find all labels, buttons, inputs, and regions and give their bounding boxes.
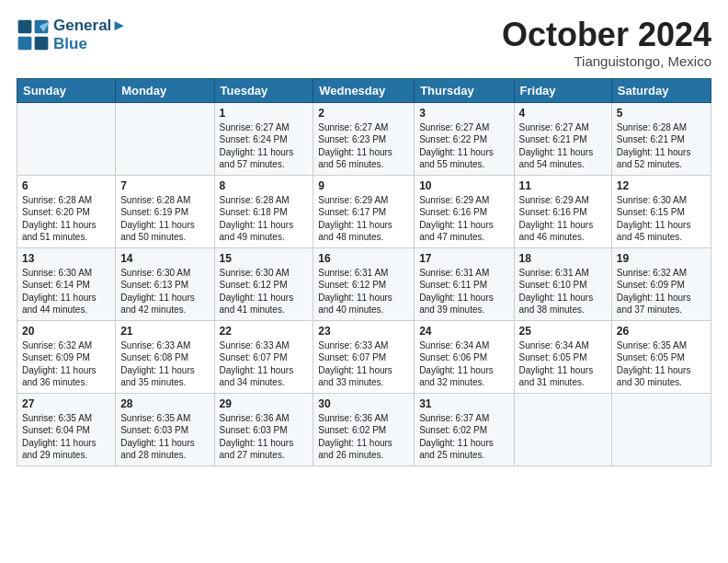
day-info: Sunrise: 6:34 AMSunset: 6:06 PMDaylight:… bbox=[419, 339, 508, 389]
day-number: 24 bbox=[419, 325, 508, 338]
day-cell: 21Sunrise: 6:33 AMSunset: 6:08 PMDayligh… bbox=[116, 320, 214, 393]
day-info: Sunrise: 6:29 AMSunset: 6:16 PMDaylight:… bbox=[519, 194, 607, 244]
day-number: 29 bbox=[220, 397, 309, 410]
day-info: Sunrise: 6:29 AMSunset: 6:17 PMDaylight:… bbox=[318, 194, 409, 244]
weekday-header-thursday: Thursday bbox=[415, 78, 514, 102]
day-number: 2 bbox=[318, 107, 409, 120]
weekday-header-wednesday: Wednesday bbox=[313, 78, 415, 102]
day-cell: 30Sunrise: 6:36 AMSunset: 6:02 PMDayligh… bbox=[313, 393, 415, 465]
day-cell: 8Sunrise: 6:28 AMSunset: 6:18 PMDaylight… bbox=[214, 175, 313, 247]
day-number: 25 bbox=[519, 325, 607, 338]
week-row-4: 20Sunrise: 6:32 AMSunset: 6:09 PMDayligh… bbox=[17, 320, 711, 393]
week-row-1: 1Sunrise: 6:27 AMSunset: 6:24 PMDaylight… bbox=[17, 102, 711, 175]
day-info: Sunrise: 6:30 AMSunset: 6:15 PMDaylight:… bbox=[617, 194, 706, 244]
day-cell: 9Sunrise: 6:29 AMSunset: 6:17 PMDaylight… bbox=[313, 175, 415, 247]
day-number: 22 bbox=[220, 325, 309, 338]
month-title: October 2024 bbox=[502, 17, 711, 53]
day-info: Sunrise: 6:31 AMSunset: 6:10 PMDaylight:… bbox=[519, 267, 607, 316]
day-number: 5 bbox=[617, 107, 706, 120]
title-block: October 2024 Tianguistongo, Mexico bbox=[502, 17, 711, 69]
day-cell: 14Sunrise: 6:30 AMSunset: 6:13 PMDayligh… bbox=[116, 247, 214, 320]
weekday-header-monday: Monday bbox=[116, 78, 214, 102]
day-cell: 27Sunrise: 6:35 AMSunset: 6:04 PMDayligh… bbox=[17, 393, 116, 465]
day-info: Sunrise: 6:29 AMSunset: 6:16 PMDaylight:… bbox=[419, 194, 508, 244]
day-info: Sunrise: 6:35 AMSunset: 6:03 PMDaylight:… bbox=[120, 412, 209, 462]
svg-rect-3 bbox=[35, 37, 49, 51]
day-info: Sunrise: 6:28 AMSunset: 6:21 PMDaylight:… bbox=[617, 121, 706, 171]
day-number: 10 bbox=[419, 179, 508, 192]
day-info: Sunrise: 6:35 AMSunset: 6:05 PMDaylight:… bbox=[617, 339, 706, 389]
weekday-header-tuesday: Tuesday bbox=[214, 78, 313, 102]
day-cell: 2Sunrise: 6:27 AMSunset: 6:23 PMDaylight… bbox=[313, 102, 415, 175]
day-cell: 26Sunrise: 6:35 AMSunset: 6:05 PMDayligh… bbox=[611, 320, 711, 393]
day-cell: 29Sunrise: 6:36 AMSunset: 6:03 PMDayligh… bbox=[214, 393, 313, 465]
day-info: Sunrise: 6:28 AMSunset: 6:20 PMDaylight:… bbox=[22, 194, 110, 244]
weekday-header-saturday: Saturday bbox=[611, 78, 711, 102]
day-number: 23 bbox=[318, 325, 409, 338]
day-cell: 10Sunrise: 6:29 AMSunset: 6:16 PMDayligh… bbox=[415, 175, 514, 247]
weekday-header-row: SundayMondayTuesdayWednesdayThursdayFrid… bbox=[17, 78, 711, 102]
day-number: 9 bbox=[318, 179, 409, 192]
header: General► Blue October 2024 Tianguistongo… bbox=[17, 17, 711, 69]
day-info: Sunrise: 6:31 AMSunset: 6:11 PMDaylight:… bbox=[419, 267, 508, 316]
logo-text: General► Blue bbox=[53, 17, 127, 54]
day-info: Sunrise: 6:33 AMSunset: 6:07 PMDaylight:… bbox=[220, 339, 309, 389]
day-info: Sunrise: 6:36 AMSunset: 6:02 PMDaylight:… bbox=[318, 412, 409, 462]
day-number: 18 bbox=[519, 252, 607, 265]
week-row-5: 27Sunrise: 6:35 AMSunset: 6:04 PMDayligh… bbox=[17, 393, 711, 465]
day-cell: 18Sunrise: 6:31 AMSunset: 6:10 PMDayligh… bbox=[514, 247, 611, 320]
day-cell: 13Sunrise: 6:30 AMSunset: 6:14 PMDayligh… bbox=[17, 247, 116, 320]
day-cell: 12Sunrise: 6:30 AMSunset: 6:15 PMDayligh… bbox=[611, 175, 711, 247]
week-row-3: 13Sunrise: 6:30 AMSunset: 6:14 PMDayligh… bbox=[17, 247, 711, 320]
day-number: 3 bbox=[419, 107, 508, 120]
day-info: Sunrise: 6:37 AMSunset: 6:02 PMDaylight:… bbox=[419, 412, 508, 462]
day-info: Sunrise: 6:27 AMSunset: 6:24 PMDaylight:… bbox=[220, 121, 309, 171]
weekday-header-friday: Friday bbox=[514, 78, 611, 102]
day-cell: 20Sunrise: 6:32 AMSunset: 6:09 PMDayligh… bbox=[17, 320, 116, 393]
day-info: Sunrise: 6:35 AMSunset: 6:04 PMDaylight:… bbox=[22, 412, 110, 462]
day-number: 16 bbox=[318, 252, 409, 265]
location: Tianguistongo, Mexico bbox=[502, 53, 711, 69]
day-info: Sunrise: 6:30 AMSunset: 6:12 PMDaylight:… bbox=[220, 267, 309, 316]
calendar-table: SundayMondayTuesdayWednesdayThursdayFrid… bbox=[17, 78, 711, 466]
day-number: 30 bbox=[318, 397, 409, 410]
day-info: Sunrise: 6:30 AMSunset: 6:13 PMDaylight:… bbox=[120, 267, 209, 316]
day-info: Sunrise: 6:32 AMSunset: 6:09 PMDaylight:… bbox=[617, 267, 706, 316]
day-number: 28 bbox=[120, 397, 209, 410]
day-cell: 6Sunrise: 6:28 AMSunset: 6:20 PMDaylight… bbox=[17, 175, 116, 247]
day-number: 6 bbox=[22, 179, 110, 192]
day-cell: 3Sunrise: 6:27 AMSunset: 6:22 PMDaylight… bbox=[415, 102, 514, 175]
logo: General► Blue bbox=[17, 17, 127, 54]
day-number: 13 bbox=[22, 252, 110, 265]
day-cell: 31Sunrise: 6:37 AMSunset: 6:02 PMDayligh… bbox=[415, 393, 514, 465]
day-info: Sunrise: 6:27 AMSunset: 6:21 PMDaylight:… bbox=[519, 121, 607, 171]
day-number: 27 bbox=[22, 397, 110, 410]
day-info: Sunrise: 6:32 AMSunset: 6:09 PMDaylight:… bbox=[22, 339, 110, 389]
day-cell: 15Sunrise: 6:30 AMSunset: 6:12 PMDayligh… bbox=[214, 247, 313, 320]
day-info: Sunrise: 6:30 AMSunset: 6:14 PMDaylight:… bbox=[22, 267, 110, 316]
day-cell: 17Sunrise: 6:31 AMSunset: 6:11 PMDayligh… bbox=[415, 247, 514, 320]
day-cell: 23Sunrise: 6:33 AMSunset: 6:07 PMDayligh… bbox=[313, 320, 415, 393]
day-number: 1 bbox=[220, 107, 309, 120]
day-cell: 11Sunrise: 6:29 AMSunset: 6:16 PMDayligh… bbox=[514, 175, 611, 247]
day-info: Sunrise: 6:27 AMSunset: 6:23 PMDaylight:… bbox=[318, 121, 409, 171]
day-number: 7 bbox=[120, 179, 209, 192]
svg-rect-0 bbox=[18, 20, 32, 34]
day-info: Sunrise: 6:33 AMSunset: 6:08 PMDaylight:… bbox=[120, 339, 209, 389]
day-number: 4 bbox=[519, 107, 607, 120]
day-cell: 7Sunrise: 6:28 AMSunset: 6:19 PMDaylight… bbox=[116, 175, 214, 247]
day-number: 15 bbox=[220, 252, 309, 265]
week-row-2: 6Sunrise: 6:28 AMSunset: 6:20 PMDaylight… bbox=[17, 175, 711, 247]
day-cell: 19Sunrise: 6:32 AMSunset: 6:09 PMDayligh… bbox=[611, 247, 711, 320]
day-info: Sunrise: 6:27 AMSunset: 6:22 PMDaylight:… bbox=[419, 121, 508, 171]
day-info: Sunrise: 6:31 AMSunset: 6:12 PMDaylight:… bbox=[318, 267, 409, 316]
day-info: Sunrise: 6:28 AMSunset: 6:18 PMDaylight:… bbox=[220, 194, 309, 244]
day-cell: 16Sunrise: 6:31 AMSunset: 6:12 PMDayligh… bbox=[313, 247, 415, 320]
day-number: 17 bbox=[419, 252, 508, 265]
day-info: Sunrise: 6:33 AMSunset: 6:07 PMDaylight:… bbox=[318, 339, 409, 389]
day-info: Sunrise: 6:36 AMSunset: 6:03 PMDaylight:… bbox=[220, 412, 309, 462]
day-info: Sunrise: 6:34 AMSunset: 6:05 PMDaylight:… bbox=[519, 339, 607, 389]
page: General► Blue October 2024 Tianguistongo… bbox=[0, 0, 728, 563]
day-number: 14 bbox=[120, 252, 209, 265]
day-number: 21 bbox=[120, 325, 209, 338]
